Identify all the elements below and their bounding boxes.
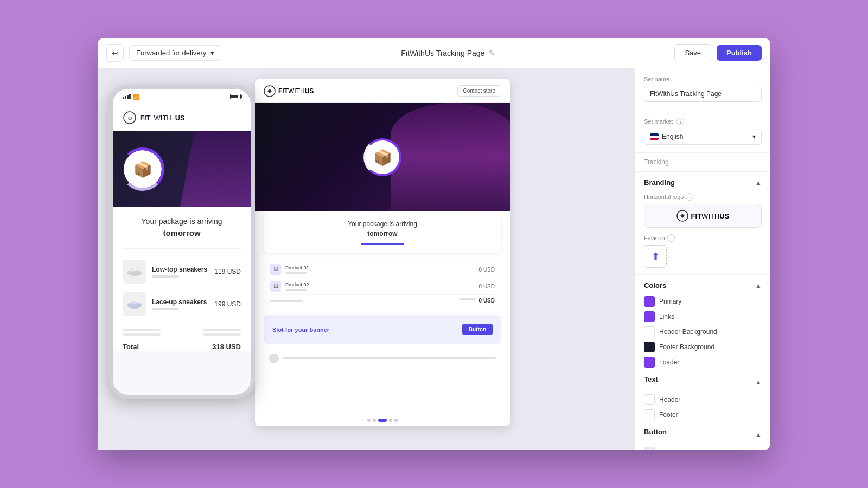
footer-text-label: Footer [659, 411, 678, 419]
primary-color-swatch[interactable] [644, 296, 655, 307]
favicon-upload-button[interactable]: ⬆ [644, 245, 667, 268]
dot-2 [373, 419, 376, 422]
edit-icon[interactable]: ✎ [489, 49, 495, 57]
preview-logo-icon [676, 210, 688, 222]
signal-bar-4 [129, 94, 131, 99]
colors-collapsible-header[interactable]: Colors ▲ [644, 281, 762, 290]
color-row-footer-text: Footer [644, 409, 762, 420]
desktop-tracking-circle: 📦 [363, 138, 401, 176]
set-name-input[interactable] [644, 86, 762, 102]
market-left: English [650, 133, 683, 140]
links-color-label: Links [659, 313, 674, 320]
preview-logo-text: FITWITHUS [691, 212, 730, 220]
button-subsection: Button ▲ Background [644, 428, 762, 450]
svg-text:⬡: ⬡ [128, 116, 132, 121]
main-content: 📶 ⬡ FITWITHUS [98, 68, 770, 450]
horizontal-logo-container: Horizontal logo i FITWITHUS [644, 193, 762, 228]
chevron-down-icon: ▾ [752, 133, 756, 140]
tracking-section-header: Tracking [635, 153, 770, 172]
logo-text-with: WITH [154, 114, 172, 122]
canvas-area: 📶 ⬡ FITWITHUS [98, 68, 635, 450]
status-dropdown[interactable]: Forwarded for delivery ▾ [129, 45, 221, 61]
mobile-header: ⬡ FITWITHUS [113, 104, 251, 131]
colors-chevron-icon: ▲ [755, 282, 762, 290]
right-sidebar: Set name Set market i English ▾ [635, 68, 770, 450]
signal-bars [123, 94, 131, 99]
mobile-package-icon: 📦 [133, 160, 152, 178]
mobile-discount-row [123, 333, 241, 336]
primary-color-label: Primary [659, 298, 681, 305]
button-section-header[interactable]: Button ▲ [644, 428, 762, 441]
mobile-model-bg [180, 131, 251, 207]
logo-info-icon: i [686, 193, 693, 201]
mobile-subtotal-row [123, 329, 241, 331]
branding-section: Branding ▲ Horizontal logo i [635, 172, 770, 275]
color-row-primary: Primary [644, 296, 762, 307]
banner-button[interactable]: Button [462, 324, 493, 335]
color-row-links: Links [644, 311, 762, 322]
toolbar-center: FitWithUs Tracking Page ✎ [401, 49, 495, 57]
logo-text-us: US [175, 114, 185, 122]
branding-collapsible-header[interactable]: Branding ▲ [644, 178, 762, 187]
mobile-hero: 📦 [113, 131, 251, 207]
logo-upload-area[interactable]: FITWITHUS [644, 204, 762, 228]
dot-4 [389, 419, 392, 422]
subtotal-label-bar [123, 329, 161, 331]
product-details-2: Lace-up sneakers [152, 298, 207, 310]
save-button[interactable]: Save [674, 44, 711, 61]
discount-label-bar [123, 333, 161, 336]
favicon-label-row: Favicon i [644, 234, 762, 242]
colors-list: Primary Links Header Background Footer B… [644, 296, 762, 368]
back-button[interactable]: ↩ [106, 44, 124, 62]
total-bar-r1 [459, 298, 476, 300]
contact-store-button[interactable]: Contact store [457, 85, 501, 97]
mobile-tracking-message: Your package is arriving tomorrow [123, 216, 241, 240]
desktop-product-price-2: 0 USD [479, 284, 495, 290]
product-name-2: Lace-up sneakers [152, 298, 207, 306]
battery-indicator [230, 94, 241, 99]
order-item-left-1: Low-top sneakers [123, 260, 207, 284]
button-bg-color-swatch[interactable] [644, 447, 655, 450]
uk-flag-icon [650, 133, 659, 140]
editor-container: ↩ Forwarded for delivery ▾ FitWithUs Tra… [98, 38, 770, 450]
header-text-color-swatch[interactable] [644, 394, 655, 405]
tracking-label: Tracking [644, 158, 762, 166]
horizontal-logo-label: Horizontal logo [644, 194, 684, 200]
footer-text-color-swatch[interactable] [644, 409, 655, 420]
dot-5 [394, 419, 398, 422]
logo-preview: FITWITHUS [676, 210, 730, 222]
publish-button[interactable]: Publish [717, 45, 762, 61]
status-label: Forwarded for delivery [136, 49, 206, 57]
branding-title: Branding [644, 178, 675, 187]
market-dropdown[interactable]: English ▾ [644, 129, 762, 145]
color-row-header-bg: Header Background [644, 326, 762, 337]
header-bg-color-label: Header Background [659, 328, 717, 336]
logo-icon: ⬡ [123, 111, 137, 125]
product-price-1: 119 USD [214, 268, 241, 275]
header-bg-color-swatch[interactable] [644, 326, 655, 337]
signal-indicator: 📶 [123, 94, 139, 100]
footer-bg-color-swatch[interactable] [644, 342, 655, 352]
total-label: Total [123, 343, 139, 351]
mobile-total-section: Total 318 USD [113, 329, 251, 351]
desktop-model-silhouette [391, 103, 510, 211]
color-row-loader: Loader [644, 357, 762, 368]
horizontal-logo-label-row: Horizontal logo i [644, 193, 762, 201]
desktop-order-section: 🖼 Product 01 0 USD 🖼 Product 02 [264, 257, 501, 311]
sneaker-icon-2 [126, 299, 143, 310]
set-name-section: Set name [635, 68, 770, 110]
text-section-header[interactable]: Text ▲ [644, 375, 762, 389]
upload-icon: ⬆ [652, 251, 660, 262]
links-color-swatch[interactable] [644, 311, 655, 322]
button-section-label: Button [644, 428, 667, 436]
loader-color-swatch[interactable] [644, 357, 655, 368]
color-row-header-text: Header [644, 394, 762, 405]
toolbar-right: Save Publish [674, 44, 762, 61]
colors-section: Colors ▲ Primary Links Header Background [635, 275, 770, 450]
desktop-order-item-1: 🖼 Product 01 0 USD [270, 261, 495, 278]
desktop-product-name-2: Product 02 [285, 282, 479, 287]
text-section-label: Text [644, 375, 658, 383]
toolbar-left: ↩ Forwarded for delivery ▾ [106, 44, 221, 62]
desktop-order-item-2: 🖼 Product 02 0 USD [270, 278, 495, 295]
back-icon: ↩ [112, 49, 118, 57]
